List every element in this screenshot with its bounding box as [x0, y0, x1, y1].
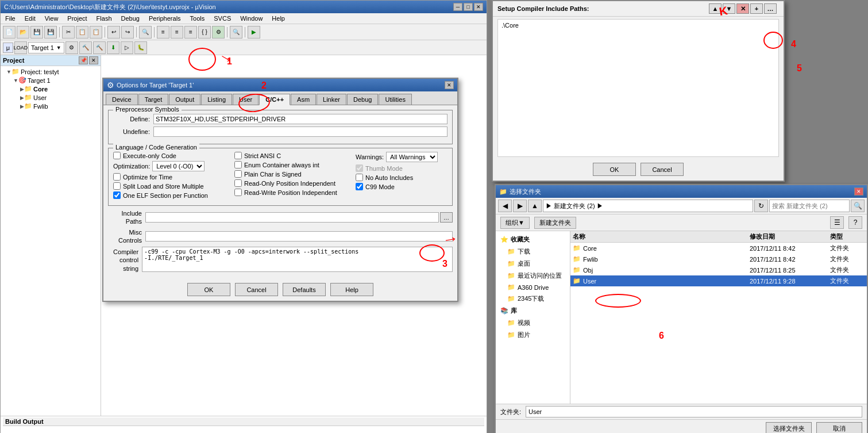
- ip-browse-button[interactable]: …: [764, 3, 777, 14]
- options-cancel-button[interactable]: Cancel: [235, 283, 278, 296]
- include-paths-ok-button[interactable]: OK: [593, 163, 636, 176]
- debug-button[interactable]: 🐛: [134, 41, 147, 54]
- fb-row-fwlib[interactable]: 📁 Fwlib 2017/12/11 8:42 文件夹: [570, 254, 867, 265]
- load-button[interactable]: LOAD: [14, 41, 27, 54]
- fb-help-button[interactable]: ?: [848, 216, 862, 229]
- read-only-checkbox[interactable]: [234, 179, 242, 187]
- save-all-button[interactable]: 💾: [44, 26, 57, 39]
- fb-up-button[interactable]: ▲: [528, 200, 542, 212]
- fb-sidebar-downloads[interactable]: 📁 下载: [498, 246, 568, 258]
- fb-sidebar-recent[interactable]: 📁 最近访问的位置: [498, 270, 568, 282]
- split-load-checkbox[interactable]: [113, 182, 121, 190]
- save-button[interactable]: 💾: [30, 26, 43, 39]
- fb-cancel-button[interactable]: 取消: [816, 422, 862, 433]
- fb-row-obj[interactable]: 📁 Obj 2017/12/11 8:25 文件夹: [570, 265, 867, 275]
- fb-new-folder-button[interactable]: 新建文件夹: [534, 217, 576, 229]
- include-paths-cancel-button[interactable]: Cancel: [641, 163, 684, 176]
- tab-c-cpp[interactable]: C/C++: [259, 94, 290, 105]
- warnings-select[interactable]: All Warnings: [386, 152, 438, 162]
- tree-item-fwlib[interactable]: ▶ 📁 Fwlib: [2, 102, 99, 110]
- search2-button[interactable]: 🔍: [230, 26, 242, 39]
- tab-asm[interactable]: Asm: [291, 94, 316, 105]
- ip-close-button[interactable]: ✕: [736, 3, 749, 14]
- download-button[interactable]: ⬇: [107, 41, 119, 54]
- run-button[interactable]: ▶: [248, 26, 260, 39]
- ip-up-button[interactable]: ▲: [709, 3, 722, 14]
- cut-button[interactable]: ✂: [62, 26, 75, 39]
- tab-linker[interactable]: Linker: [317, 94, 346, 105]
- no-auto-includes-checkbox[interactable]: [356, 174, 363, 181]
- rebuild-button[interactable]: 🔨: [93, 41, 106, 54]
- menu-window[interactable]: Window: [238, 14, 265, 22]
- fb-organize-button[interactable]: 组织▼: [500, 217, 530, 229]
- brace-button[interactable]: { }: [198, 26, 211, 39]
- fb-sidebar-video[interactable]: 📁 视频: [498, 317, 568, 329]
- target-options-button[interactable]: ⚙: [65, 41, 78, 54]
- read-write-checkbox[interactable]: [234, 189, 242, 196]
- maximize-button[interactable]: □: [464, 3, 473, 11]
- close-button[interactable]: ✕: [474, 3, 483, 11]
- define-input[interactable]: [153, 114, 447, 124]
- open-button[interactable]: 📂: [17, 26, 29, 39]
- tree-item-project[interactable]: ▼ 📁 Project: testyt: [2, 67, 99, 76]
- options-help-button[interactable]: Help: [330, 283, 373, 296]
- minimize-button[interactable]: ─: [453, 3, 462, 11]
- fb-sidebar-pictures[interactable]: 📁 图片: [498, 329, 568, 341]
- one-elf-checkbox[interactable]: [113, 191, 121, 199]
- fb-sidebar-a360[interactable]: 📁 A360 Drive: [498, 282, 568, 293]
- fb-search-input[interactable]: [769, 200, 850, 212]
- build-target-button[interactable]: ⚙: [212, 26, 225, 39]
- options-dialog-close[interactable]: ✕: [445, 81, 454, 89]
- fb-folder-input[interactable]: [526, 406, 862, 417]
- paste-button[interactable]: 📋: [90, 26, 102, 39]
- menu-svcs[interactable]: SVCS: [211, 14, 233, 22]
- menu-edit[interactable]: Edit: [22, 14, 38, 22]
- file-browser-close-button[interactable]: ✕: [854, 187, 863, 196]
- tree-item-core[interactable]: ▶ 📁 Core: [2, 85, 99, 93]
- fb-back-button[interactable]: ◀: [498, 200, 512, 212]
- plain-char-checkbox[interactable]: [234, 170, 242, 178]
- options-defaults-button[interactable]: Defaults: [283, 283, 326, 296]
- misc-controls-input[interactable]: [145, 231, 453, 242]
- pin-button[interactable]: 📌: [79, 56, 88, 64]
- fb-row-user[interactable]: 📁 User 2017/12/11 9:28 文件夹: [570, 275, 867, 286]
- close-panel-button[interactable]: ✕: [89, 56, 98, 64]
- tree-item-target[interactable]: ▼ 🎯 Target 1: [2, 76, 99, 85]
- execute-only-checkbox[interactable]: [113, 152, 121, 159]
- fb-row-core[interactable]: 📁 Core 2017/12/11 8:42 文件夹: [570, 243, 867, 254]
- optimize-time-checkbox[interactable]: [113, 173, 121, 181]
- menu-file[interactable]: File: [3, 14, 18, 22]
- align-button[interactable]: ≡: [184, 26, 197, 39]
- ip-item-core[interactable]: .\Core: [499, 21, 777, 30]
- fb-forward-button[interactable]: ▶: [513, 200, 527, 212]
- tab-device[interactable]: Device: [106, 94, 138, 105]
- tab-utilities[interactable]: Utilities: [379, 94, 411, 105]
- target-dropdown[interactable]: Target 1 ▼: [28, 42, 64, 53]
- menu-help[interactable]: Help: [269, 14, 287, 22]
- menu-project[interactable]: Project: [65, 14, 89, 22]
- fb-sidebar-2345[interactable]: 📁 2345下载: [498, 293, 568, 305]
- menu-tools[interactable]: Tools: [188, 14, 207, 22]
- include-paths-browse-button[interactable]: …: [440, 212, 453, 223]
- unindent-button[interactable]: ≡: [171, 26, 183, 39]
- ip-add-button[interactable]: +: [750, 3, 763, 14]
- options-ok-button[interactable]: OK: [187, 283, 230, 296]
- tab-debug[interactable]: Debug: [347, 94, 378, 105]
- copy-button[interactable]: 📋: [76, 26, 88, 39]
- fb-search-button[interactable]: 🔍: [851, 200, 865, 212]
- strict-ansi-checkbox[interactable]: [234, 152, 242, 159]
- redo-button[interactable]: ↪: [121, 26, 134, 39]
- fb-view-button[interactable]: ☰: [830, 216, 844, 229]
- c99-mode-checkbox[interactable]: [356, 183, 363, 190]
- tree-item-user[interactable]: ▶ 📁 User: [2, 93, 99, 102]
- menu-debug[interactable]: Debug: [119, 14, 142, 22]
- build-button[interactable]: 🔨: [79, 41, 92, 54]
- tab-listing[interactable]: Listing: [201, 94, 232, 105]
- compiler-control-textarea[interactable]: -c99 -c -cpu Cortex-M3 -g -O0 -apcs=inte…: [142, 247, 453, 272]
- undo-button[interactable]: ↩: [107, 26, 120, 39]
- fb-select-button[interactable]: 选择文件夹: [766, 422, 812, 433]
- include-paths-input[interactable]: [145, 212, 439, 223]
- fb-refresh-button[interactable]: ↻: [754, 200, 768, 212]
- menu-flash[interactable]: Flash: [94, 14, 114, 22]
- optimization-select[interactable]: Level 0 (-O0): [152, 161, 205, 171]
